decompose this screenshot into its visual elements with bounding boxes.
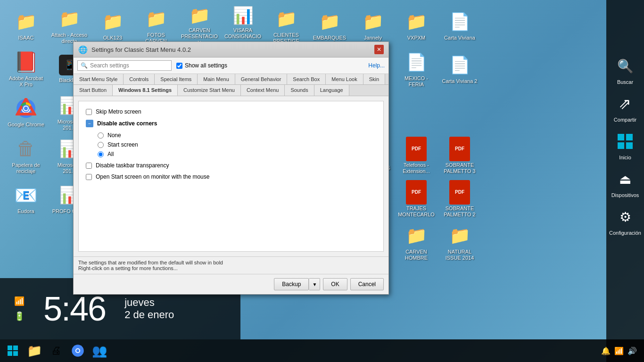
svg-point-15 [76,349,79,352]
show-all-checkbox[interactable] [176,63,182,69]
desktop-icon-carven-hom[interactable]: 📁 CARVEN HOMBRE [395,222,438,264]
tab-start-button[interactable]: Start Button [74,85,113,96]
show-all-text: Show all settings [185,62,227,69]
tab-special-items[interactable]: Special Items [155,74,198,84]
charm-configuracion[interactable]: ⚙ Configuración [609,207,641,236]
dialog-close-button[interactable]: ✕ [374,45,384,54]
desktop-icon-adobe[interactable]: 📕 Adobe Acrobat X Pro [5,48,47,90]
corner-options-group: None Start screen All [98,132,376,157]
desktop-icon-papelera[interactable]: 🗑 Papelera de reciclaje [5,135,47,177]
disable-taskbar-checkbox[interactable] [86,163,92,169]
tab-windows-settings[interactable]: Windows 8.1 Settings [113,85,178,96]
desktop-icon-mexico[interactable]: 📄 MEXICO - FERIA [395,48,438,90]
svg-rect-10 [13,346,18,350]
desktop-icon-trajes[interactable]: TRAJES MONTECARLO [395,178,438,221]
tab-main-menu[interactable]: Main Menu [198,74,235,84]
disable-corners-label: Disable active corners [97,120,157,127]
disable-active-corners-item: − Disable active corners [86,120,376,127]
folder-icon: 📁 [188,6,211,25]
share-charm-icon: ⇗ [616,94,635,113]
hp-taskbar[interactable]: 🖨 [46,340,66,361]
desktop-icon-carven-pres[interactable]: 📁 CARVEN PRESENTACION [178,5,221,47]
desktop-icon-jannely[interactable]: 📁 Jannely [352,5,394,47]
notification-icon: 🔔 [601,346,611,355]
charm-inicio[interactable]: Inicio [616,132,635,160]
desktop-icon-embarques[interactable]: 📁 EMBARQUES [308,5,351,47]
clock-time: 5:46 [43,289,106,328]
contacts-taskbar[interactable]: 👥 [89,340,110,361]
desktop-icon-visara[interactable]: 📊 VISARA CONSIGNACIO... [222,5,264,47]
chrome-taskbar[interactable] [67,340,88,361]
ok-button[interactable]: OK [323,278,347,290]
help-link[interactable]: Help... [368,62,385,69]
charm-dispositivos[interactable]: ⏏ Dispositivos [611,170,639,198]
section-expand-icon: − [86,120,93,127]
desktop-icon-telefonos[interactable]: Telefonos - Extension... [395,135,438,177]
devices-charm-icon: ⏏ [616,170,635,189]
excel-icon: 📊 [231,6,254,25]
network-icon: 📶 [614,346,624,355]
radio-all-label: All [107,151,114,157]
tab-controls[interactable]: Controls [124,74,155,84]
icon-label: SOBRANTE PALMETTO 3 [441,162,479,174]
open-start-screen-item: Open Start screen on monitor with the mo… [86,173,376,180]
desktop-icon-carta[interactable]: 📄 Carta Viviana [438,5,481,47]
desktop-icon-sobrante2[interactable]: SOBRANTE PALMETTO 2 [438,178,481,221]
tabs-row2: Start Button Windows 8.1 Settings Custom… [74,85,388,96]
cancel-button[interactable]: Cancel [350,278,384,290]
tab-customize-start[interactable]: Customize Start Menu [178,85,241,96]
radio-none-label: None [107,132,121,139]
backup-dropdown-button[interactable]: ▼ [309,278,320,290]
tab-search-box[interactable]: Search Box [287,74,326,84]
desktop-icon-fotos[interactable]: 📁 FOTOS CARVEN [135,5,177,47]
icon-label: NATURAL ISSUE 2014 [441,249,479,261]
desktop-icon-attach[interactable]: 📁 Attach - Acceso directo [48,5,91,47]
icon-label: Carta Viviana [444,35,475,41]
clock-day: jueves [124,296,174,309]
icon-label: Papelera de reciclaje [7,162,45,174]
desktop-icon-clientes[interactable]: 📁 CLIENTES PRESTIGE [265,5,307,47]
skip-metro-checkbox[interactable] [86,109,92,115]
tab-menu-look[interactable]: Menu Look [326,74,363,84]
desktop-icon-olk123[interactable]: 📁 OLK123 [91,5,134,47]
desktop-icon-vxpxm[interactable]: 📁 VXPXM [395,5,438,47]
icon-label: CARVEN HOMBRE [397,249,435,261]
radio-all-input[interactable] [98,151,104,157]
file-manager-taskbar[interactable]: 📁 [24,340,45,361]
icon-label: SOBRANTE PALMETTO 2 [441,206,479,218]
tab-context-menu[interactable]: Context Menu [241,85,285,96]
search-settings-input[interactable] [90,62,165,69]
svg-rect-9 [8,346,12,350]
desktop-icon-isaac[interactable]: 📁 ISAAC [5,5,47,47]
desktop-icon-carta2[interactable]: 📄 Carta Viviana 2 [438,48,481,90]
folder-icon: 📁 [145,8,167,30]
email-icon: 📧 [15,184,37,206]
open-start-checkbox[interactable] [86,174,92,180]
volume-icon: 🔊 [627,346,637,355]
disable-taskbar-label: Disable taskbar transparency [96,162,169,169]
radio-none-input[interactable] [98,132,104,139]
tab-language[interactable]: Language [314,85,349,96]
desktop-icon-natural[interactable]: 📁 NATURAL ISSUE 2014 [438,222,481,264]
charm-label: Compartir [614,117,636,123]
radio-start-screen-input[interactable] [98,142,104,148]
start-button[interactable] [2,340,23,361]
charm-label: Dispositivos [611,192,639,198]
tab-sounds[interactable]: Sounds [285,85,314,96]
backup-button[interactable]: Backup [274,278,309,290]
desktop-icon-chrome[interactable]: Google Chrome [5,91,47,134]
dropdown-arrow-icon: ▼ [312,282,317,287]
tab-start-menu-style[interactable]: Start Menu Style [74,74,124,84]
icon-label: MEXICO - FERIA [397,75,435,88]
folder-icon: 📁 [101,10,124,33]
charm-buscar[interactable]: 🔍 Buscar [616,57,635,85]
desktop-icon-eudora[interactable]: 📧 Eudora [5,178,47,221]
charms-bar: 🔍 Buscar ⇗ Compartir Inicio ⏏ Dispositiv… [606,0,644,362]
charm-label: Buscar [617,79,633,85]
desktop-icon-sobrante3[interactable]: SOBRANTE PALMETTO 3 [438,135,481,177]
tab-general-behavior[interactable]: General Behavior [235,74,288,84]
tab-skin[interactable]: Skin [363,74,385,84]
charm-compartir[interactable]: ⇗ Compartir [614,94,636,123]
svg-rect-11 [8,351,12,356]
clock-date: jueves 2 de enero [124,296,174,321]
